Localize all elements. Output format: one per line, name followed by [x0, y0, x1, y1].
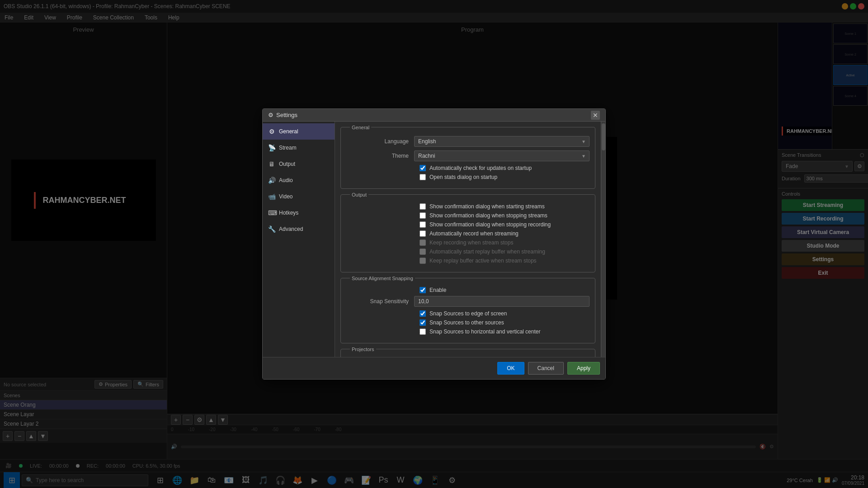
language-label: Language — [346, 138, 414, 145]
nav-advanced[interactable]: 🔧 Advanced — [263, 221, 335, 237]
modal-footer: OK Cancel Apply — [263, 357, 605, 379]
output-section: Output Show confirmation dialog when sta… — [340, 194, 595, 272]
snap-center-checkbox[interactable] — [420, 328, 426, 335]
ok-button[interactable]: OK — [497, 362, 524, 375]
theme-row: Theme Rachni Dark Light — [346, 150, 590, 161]
video-nav-icon: 📹 — [268, 193, 275, 200]
snap-center-label: Snap Sources to horizontal and vertical … — [429, 328, 540, 335]
auto-check-row: Automatically check for updates on start… — [420, 165, 590, 171]
snap-sensitivity-input[interactable] — [414, 296, 590, 307]
auto-record-checkbox[interactable] — [420, 230, 426, 237]
theme-select[interactable]: Rachni Dark Light — [414, 150, 590, 161]
language-select[interactable]: English Indonesian Deutsch — [414, 136, 590, 147]
output-nav-icon: 🖥 — [268, 160, 275, 168]
snap-sensitivity-wrapper — [414, 296, 590, 307]
apply-button[interactable]: Apply — [567, 362, 600, 375]
auto-record-label: Automatically record when streaming — [429, 230, 519, 237]
cancel-button[interactable]: Cancel — [528, 362, 564, 375]
keep-recording-label: Keep recording when stream stops — [429, 239, 513, 246]
auto-replay-label: Automatically start replay buffer when s… — [429, 249, 545, 255]
modal-overlay: ⚙ Settings ✕ ⚙ General 📡 Stream 🖥 Output — [0, 0, 868, 488]
modal-sidebar: ⚙ General 📡 Stream 🖥 Output 🔊 Audio 📹 — [263, 122, 335, 357]
language-select-wrapper: English Indonesian Deutsch — [414, 136, 590, 147]
snap-edge-checkbox[interactable] — [420, 310, 426, 317]
confirm-stop-checkbox[interactable] — [420, 212, 426, 219]
modal-content: General Language English Indonesian Deut… — [335, 122, 601, 357]
snap-section-content: Enable Snap Sensitivity Snap Sources to … — [346, 287, 590, 335]
advanced-nav-icon: 🔧 — [268, 225, 275, 233]
auto-record-row: Automatically record when streaming — [420, 230, 590, 237]
snap-edge-row: Snap Sources to edge of screen — [420, 310, 590, 317]
keep-recording-row: Keep recording when stream stops — [420, 239, 590, 246]
open-stats-row: Open stats dialog on startup — [420, 174, 590, 180]
confirm-start-checkbox[interactable] — [420, 203, 426, 210]
general-section: General Language English Indonesian Deut… — [340, 127, 595, 189]
nav-general[interactable]: ⚙ General — [263, 123, 335, 140]
auto-check-checkbox[interactable] — [420, 165, 426, 171]
snap-other-label: Snap Sources to other sources — [429, 319, 504, 326]
snap-sensitivity-label: Snap Sensitivity — [346, 298, 414, 305]
snap-edge-label: Snap Sources to edge of screen — [429, 310, 507, 317]
theme-select-wrapper: Rachni Dark Light — [414, 150, 590, 161]
confirm-start-label: Show confirmation dialog when starting s… — [429, 203, 545, 210]
nav-video[interactable]: 📹 Video — [263, 188, 335, 205]
projectors-section-title: Projectors — [350, 347, 376, 352]
keep-replay-label: Keep replay buffer active when stream st… — [429, 258, 537, 264]
general-section-title: General — [350, 125, 371, 130]
snap-enable-row: Enable — [420, 287, 590, 293]
projectors-section: Projectors Hide cursor over projectors M… — [340, 349, 595, 357]
snap-enable-label: Enable — [429, 287, 446, 293]
modal-titlebar: ⚙ Settings ✕ — [263, 109, 605, 122]
nav-hotkeys[interactable]: ⌨ Hotkeys — [263, 205, 335, 221]
open-stats-checkbox[interactable] — [420, 174, 426, 180]
auto-replay-checkbox[interactable] — [420, 249, 426, 255]
confirm-stop-rec-label: Show confirmation dialog when stopping r… — [429, 221, 551, 228]
auto-check-label: Automatically check for updates on start… — [429, 165, 532, 171]
snap-section: Source Alignment Snapping Enable Snap Se… — [340, 278, 595, 343]
open-stats-label: Open stats dialog on startup — [429, 174, 497, 180]
modal-title: ⚙ Settings — [268, 112, 297, 118]
snap-sensitivity-row: Snap Sensitivity — [346, 296, 590, 307]
nav-output[interactable]: 🖥 Output — [263, 156, 335, 172]
confirm-stop-label: Show confirmation dialog when stopping s… — [429, 212, 547, 219]
theme-label: Theme — [346, 153, 414, 159]
confirm-start-row: Show confirmation dialog when starting s… — [420, 203, 590, 210]
output-section-content: Show confirmation dialog when starting s… — [346, 203, 590, 264]
snap-other-checkbox[interactable] — [420, 319, 426, 326]
general-section-content: Language English Indonesian Deutsch Them… — [346, 136, 590, 180]
snap-section-title: Source Alignment Snapping — [350, 276, 415, 281]
stream-nav-icon: 📡 — [268, 144, 275, 151]
confirm-stop-rec-row: Show confirmation dialog when stopping r… — [420, 221, 590, 228]
modal-body: ⚙ General 📡 Stream 🖥 Output 🔊 Audio 📹 — [263, 122, 605, 357]
confirm-stop-row: Show confirmation dialog when stopping s… — [420, 212, 590, 219]
nav-stream[interactable]: 📡 Stream — [263, 140, 335, 156]
language-row: Language English Indonesian Deutsch — [346, 136, 590, 147]
hotkeys-nav-icon: ⌨ — [268, 209, 275, 216]
auto-replay-row: Automatically start replay buffer when s… — [420, 249, 590, 255]
output-section-title: Output — [350, 192, 368, 197]
snap-enable-checkbox[interactable] — [420, 287, 426, 293]
audio-nav-icon: 🔊 — [268, 177, 275, 184]
modal-close-button[interactable]: ✕ — [591, 111, 600, 120]
settings-gear-icon: ⚙ — [268, 112, 274, 118]
nav-audio[interactable]: 🔊 Audio — [263, 172, 335, 188]
general-nav-icon: ⚙ — [268, 128, 275, 135]
keep-replay-row: Keep replay buffer active when stream st… — [420, 258, 590, 264]
keep-recording-checkbox[interactable] — [420, 239, 426, 246]
modal-scrollbar[interactable] — [601, 122, 605, 357]
keep-replay-checkbox[interactable] — [420, 258, 426, 264]
confirm-stop-rec-checkbox[interactable] — [420, 221, 426, 228]
snap-center-row: Snap Sources to horizontal and vertical … — [420, 328, 590, 335]
settings-modal: ⚙ Settings ✕ ⚙ General 📡 Stream 🖥 Output — [262, 108, 606, 380]
snap-other-row: Snap Sources to other sources — [420, 319, 590, 326]
